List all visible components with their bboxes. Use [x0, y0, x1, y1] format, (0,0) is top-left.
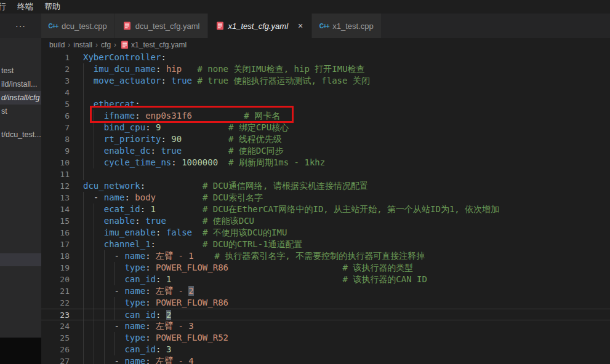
- code-line[interactable]: 16 imu_enable: false # 不使用该DCU的IMU: [41, 227, 610, 239]
- token: [156, 239, 203, 249]
- sidebar-row[interactable]: t/dcu_test...: [0, 128, 41, 141]
- indent-guide: [114, 274, 115, 285]
- line-number: 24: [41, 320, 83, 332]
- line-content: - name: 左臂 - 3: [83, 320, 610, 332]
- line-number: 23: [41, 309, 83, 320]
- tab-x1_test.cpp[interactable]: C++x1_test.cpp: [312, 14, 382, 38]
- tab-dcu_test_cfg.yaml[interactable]: dcu_test_cfg.yaml: [115, 14, 208, 38]
- indent-guide: [83, 215, 84, 227]
- token: [83, 356, 114, 364]
- code-line[interactable]: 22 type: POWER_FLOW_R86: [41, 297, 610, 309]
- token: [166, 216, 203, 226]
- code-line[interactable]: 3 move_actuator: true # true 使能执行器运动测试, …: [41, 75, 610, 87]
- sidebar-panel: ··· testild/install...d/install/cfgstt/d…: [0, 14, 41, 364]
- breadcrumb-item-build[interactable]: build: [49, 41, 65, 49]
- breadcrumb-item-cfg[interactable]: cfg: [101, 41, 111, 49]
- indent-guide: [104, 309, 105, 320]
- token: :: [161, 52, 166, 62]
- breadcrumb-item-install[interactable]: install: [73, 41, 92, 49]
- token: [83, 76, 94, 85]
- code-line[interactable]: 8 rt_priority: 90 # 线程优先级: [41, 133, 610, 145]
- line-content: enable: true # 使能该DCU: [83, 215, 610, 227]
- line-number: 18: [41, 250, 83, 262]
- sidebar-header: ···: [0, 14, 41, 38]
- token: body: [135, 192, 156, 202]
- code-line[interactable]: 12dcu_network: # DCU通信网络, 请根据实机连接情况配置: [41, 180, 610, 192]
- token: 90: [171, 134, 182, 144]
- indent-guide: [83, 63, 84, 75]
- sidebar-row[interactable]: test: [0, 64, 41, 77]
- sidebar-bottom-panel: [0, 338, 41, 364]
- code-line[interactable]: 24 - name: 左臂 - 3: [41, 320, 610, 332]
- token: [182, 64, 197, 74]
- code-line[interactable]: 25 type: POWER_FLOW_R52: [41, 332, 610, 344]
- token: dcu_network: [83, 181, 140, 191]
- code-line[interactable]: 1XyberController:: [41, 52, 610, 63]
- token: -: [114, 251, 125, 261]
- breadcrumb-file[interactable]: x1_test_cfg.yaml: [131, 41, 187, 49]
- line-content: ecat_id: 1 # DCU在EtherCAT网络中的ID, 从主站开始, …: [83, 204, 610, 215]
- sidebar-selected-empty-row[interactable]: [0, 253, 41, 266]
- code-line[interactable]: 18 - name: 左臂 - 1 # 执行器索引名字, 不需要控制的执行器可直…: [41, 250, 610, 262]
- code-line[interactable]: 2 imu_dcu_name: hip # none 关闭IMU检查, hip …: [41, 63, 610, 75]
- line-number: 2: [41, 63, 83, 75]
- indent-guide: [94, 332, 94, 344]
- token: :: [171, 157, 182, 167]
- code-line[interactable]: 6 ifname: enp0s31f6 # 网卡名: [41, 110, 610, 122]
- code-line[interactable]: 13 - name: body # DCU索引名字: [41, 192, 610, 204]
- indent-guide: [104, 250, 105, 262]
- token: :: [145, 321, 156, 331]
- code-line[interactable]: 4: [41, 87, 610, 98]
- token: bind_cpu: [104, 122, 145, 132]
- code-line[interactable]: 15 enable: true # 使能该DCU: [41, 215, 610, 227]
- code-line[interactable]: 11: [41, 168, 610, 180]
- token: :: [145, 122, 156, 132]
- indent-guide: [83, 168, 84, 180]
- code-line[interactable]: 27 - name: 左臂 - 4: [41, 355, 610, 364]
- indent-guide: [104, 285, 105, 297]
- menu-item-终端[interactable]: 终端: [12, 0, 39, 14]
- indent-guide: [94, 250, 94, 262]
- close-icon[interactable]: ×: [297, 21, 304, 31]
- line-content: type: POWER_FLOW_R52: [83, 332, 610, 344]
- menu-item-run[interactable]: 行: [0, 0, 12, 14]
- sidebar-row[interactable]: ild/install...: [0, 77, 41, 91]
- code-line[interactable]: 23 can_id: 2: [41, 309, 610, 320]
- code-line[interactable]: 17 channel_1: # DCU的CTRL-1通道配置: [41, 239, 610, 250]
- code-line[interactable]: 21 - name: 左臂 - 2: [41, 285, 610, 297]
- line-number: 4: [41, 87, 83, 98]
- code-line[interactable]: 20 can_id: 1 # 该执行器的CAN ID: [41, 274, 610, 285]
- line-number: 19: [41, 262, 83, 274]
- code-line[interactable]: 10 cycle_time_ns: 1000000 # 刷新周期1ms - 1k…: [41, 157, 610, 168]
- code-line[interactable]: 14 ecat_id: 1 # DCU在EtherCAT网络中的ID, 从主站开…: [41, 204, 610, 215]
- token: [83, 99, 94, 109]
- token: [83, 64, 94, 74]
- code-line[interactable]: 19 type: POWER_FLOW_R86 # 该执行器的类型: [41, 262, 610, 274]
- sidebar-row[interactable]: d/install/cfg: [0, 91, 41, 105]
- token: [83, 251, 114, 261]
- line-number: 14: [41, 204, 83, 215]
- indent-guide: [83, 110, 84, 122]
- indent-guide: [83, 355, 84, 364]
- line-number: 17: [41, 239, 83, 250]
- sidebar-row[interactable]: st: [0, 105, 41, 118]
- token: name: [124, 321, 145, 331]
- code-line[interactable]: 9 enable_dc: true # 使能DC同步: [41, 145, 610, 157]
- token: :: [140, 181, 145, 191]
- code-line[interactable]: 26 can_id: 3: [41, 344, 610, 355]
- code-line[interactable]: 7 bind_cpu: 9 # 绑定CPU核心: [41, 122, 610, 133]
- code-line[interactable]: 5 ethercat:: [41, 98, 610, 110]
- indent-guide: [104, 332, 105, 344]
- menu-item-帮助[interactable]: 帮助: [39, 0, 66, 14]
- token: name: [124, 356, 145, 364]
- indent-guide: [83, 262, 84, 274]
- tab-x1_test_cfg.yaml[interactable]: x1_test_cfg.yaml×: [208, 14, 313, 38]
- tab-dcu_test.cpp[interactable]: C++dcu_test.cpp: [41, 14, 115, 38]
- token: [228, 263, 342, 272]
- more-actions-icon[interactable]: ···: [12, 20, 30, 32]
- token: 左臂 -: [156, 286, 188, 296]
- indent-guide: [104, 274, 105, 285]
- line-content: cycle_time_ns: 1000000 # 刷新周期1ms - 1khz: [83, 157, 610, 168]
- code-editor[interactable]: 1XyberController:2 imu_dcu_name: hip # n…: [41, 52, 610, 364]
- indent-guide: [83, 122, 84, 133]
